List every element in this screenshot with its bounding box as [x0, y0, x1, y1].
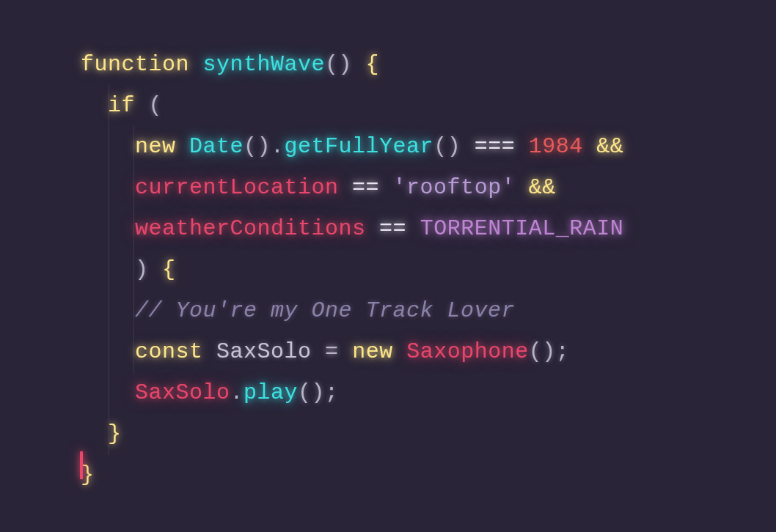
identifier-weatherconditions: weatherConditions — [135, 216, 366, 241]
code-line-6: ) { — [81, 249, 776, 290]
class-saxophone: Saxophone — [406, 339, 529, 364]
keyword-if: if — [108, 93, 135, 118]
code-line-11: } — [81, 454, 776, 495]
code-line-7: // You're my One Track Lover — [81, 290, 776, 331]
variable-saxsolo: SaxSolo — [216, 339, 312, 364]
operator-and: && — [529, 175, 556, 200]
code-line-5: weatherConditions == TORRENTIAL_RAIN — [81, 208, 776, 249]
text-cursor — [80, 451, 83, 479]
code-line-9: SaxSolo.play(); — [81, 372, 776, 413]
keyword-new: new — [352, 339, 393, 364]
string-literal-rooftop: 'rooftop' — [393, 175, 516, 200]
keyword-new: new — [135, 134, 176, 159]
code-line-10: } — [81, 413, 776, 454]
code-line-1: function synthWave() { — [81, 44, 776, 85]
code-editor-block: function synthWave() { if ( new Date().g… — [0, 44, 776, 495]
keyword-const: const — [135, 339, 203, 364]
keyword-function: function — [81, 52, 189, 77]
code-line-8: const SaxSolo = new Saxophone(); — [81, 331, 776, 372]
object-saxsolo: SaxSolo — [135, 380, 230, 405]
number-literal: 1984 — [529, 134, 583, 159]
code-line-4: currentLocation == 'rooftop' && — [81, 167, 776, 208]
function-name: synthWave — [203, 52, 326, 77]
identifier-currentlocation: currentLocation — [135, 175, 339, 200]
code-line-3: new Date().getFullYear() === 1984 && — [81, 126, 776, 167]
method-play: play — [244, 380, 298, 405]
method-getfullyear: getFullYear — [285, 134, 434, 159]
code-line-2: if ( — [81, 85, 776, 126]
operator-eq: == — [352, 175, 379, 200]
class-date: Date — [189, 134, 244, 159]
operator-eq: == — [379, 216, 406, 241]
operator-and: && — [596, 134, 623, 159]
operator-strict-eq: === — [475, 134, 516, 159]
comment-one-track-lover: // You're my One Track Lover — [135, 298, 515, 323]
constant-torrential-rain: TORRENTIAL_RAIN — [420, 216, 624, 241]
